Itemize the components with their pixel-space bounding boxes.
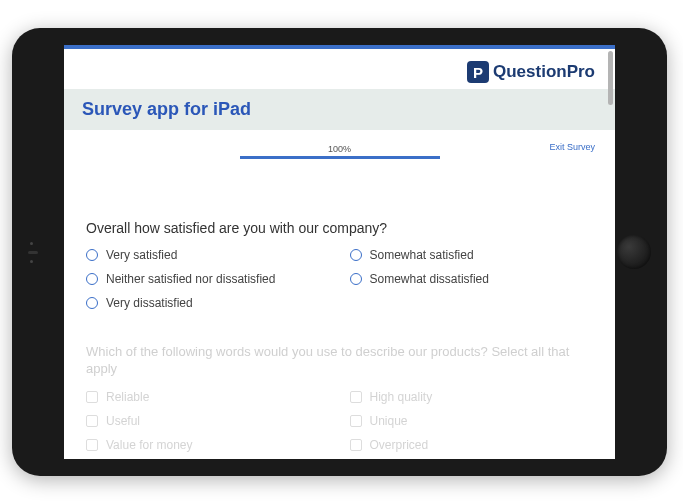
option-label: High quality: [370, 390, 433, 404]
option-label: Overpriced: [370, 438, 429, 452]
option-useful[interactable]: Useful: [86, 414, 330, 428]
option-overpriced[interactable]: Overpriced: [350, 438, 594, 452]
radio-icon: [86, 273, 98, 285]
exit-survey-link[interactable]: Exit Survey: [549, 142, 595, 152]
logo-text: QuestionPro: [493, 62, 595, 82]
option-label: Very dissatisfied: [106, 296, 193, 310]
checkbox-icon: [350, 439, 362, 451]
option-label: Somewhat satisfied: [370, 248, 474, 262]
question-2-text: Which of the following words would you u…: [86, 344, 593, 378]
header: P QuestionPro: [64, 49, 615, 89]
checkbox-icon: [350, 415, 362, 427]
question-1: Overall how satisfied are you with our c…: [64, 165, 615, 310]
option-high-quality[interactable]: High quality: [350, 390, 594, 404]
progress-label: 100%: [240, 144, 440, 154]
option-label: Value for money: [106, 438, 193, 452]
progress-bar: [240, 156, 440, 159]
option-value-for-money[interactable]: Value for money: [86, 438, 330, 452]
logo: P QuestionPro: [467, 61, 595, 83]
scrollbar[interactable]: [608, 51, 613, 105]
checkbox-icon: [86, 415, 98, 427]
progress: 100%: [240, 144, 440, 159]
bezel-sensors: [28, 237, 38, 267]
option-neither[interactable]: Neither satisfied nor dissatisfied: [86, 272, 330, 286]
radio-icon: [350, 249, 362, 261]
checkbox-icon: [350, 391, 362, 403]
option-label: Very satisfied: [106, 248, 177, 262]
radio-icon: [86, 297, 98, 309]
logo-badge-icon: P: [467, 61, 489, 83]
option-unique[interactable]: Unique: [350, 414, 594, 428]
title-bar: Survey app for iPad: [64, 89, 615, 130]
option-label: Neither satisfied nor dissatisfied: [106, 272, 275, 286]
page-title: Survey app for iPad: [82, 99, 597, 120]
tablet-frame: P QuestionPro Survey app for iPad 100% E…: [12, 28, 667, 476]
question-1-options: Very satisfied Somewhat satisfied Neithe…: [86, 248, 593, 310]
option-label: Somewhat dissatisfied: [370, 272, 489, 286]
screen: P QuestionPro Survey app for iPad 100% E…: [64, 45, 615, 459]
question-1-text: Overall how satisfied are you with our c…: [86, 220, 593, 236]
option-very-satisfied[interactable]: Very satisfied: [86, 248, 330, 262]
question-2-options: Reliable High quality Useful Unique: [86, 390, 593, 452]
option-reliable[interactable]: Reliable: [86, 390, 330, 404]
option-label: Reliable: [106, 390, 149, 404]
radio-icon: [86, 249, 98, 261]
progress-row: 100% Exit Survey: [64, 130, 615, 165]
option-label: Unique: [370, 414, 408, 428]
home-button[interactable]: [617, 235, 651, 269]
option-label: Useful: [106, 414, 140, 428]
option-somewhat-satisfied[interactable]: Somewhat satisfied: [350, 248, 594, 262]
option-somewhat-dissatisfied[interactable]: Somewhat dissatisfied: [350, 272, 594, 286]
question-2-faded: Which of the following words would you u…: [64, 344, 615, 452]
checkbox-icon: [86, 391, 98, 403]
option-very-dissatisfied[interactable]: Very dissatisfied: [86, 296, 330, 310]
radio-icon: [350, 273, 362, 285]
checkbox-icon: [86, 439, 98, 451]
